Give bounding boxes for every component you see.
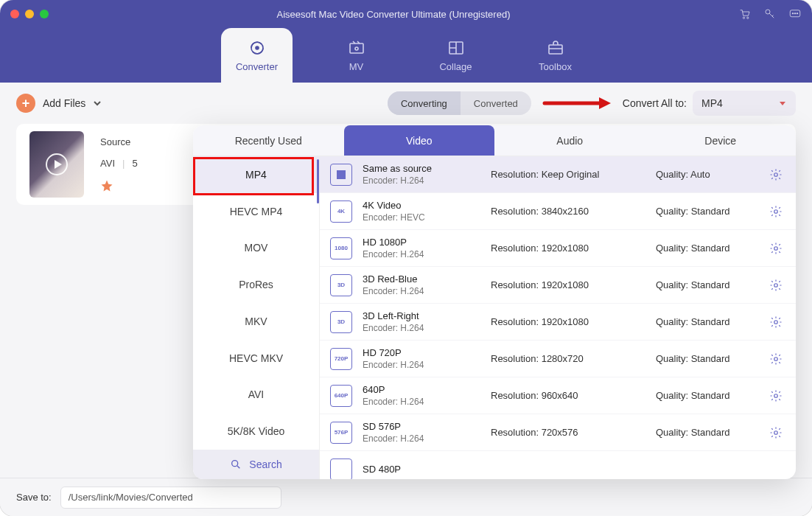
svg-point-20 <box>774 394 778 397</box>
triangle-down-icon <box>778 99 787 108</box>
svg-point-19 <box>774 357 778 360</box>
svg-point-5 <box>794 13 796 15</box>
preset-encoder: Encoder: H.264 <box>363 175 480 186</box>
format-list: MP4 HEVC MP4 MOV ProRes MKV HEVC MKV AVI… <box>193 156 320 479</box>
preset-title: 3D Left-Right <box>363 310 480 321</box>
gear-icon[interactable] <box>769 168 783 181</box>
tab-converter-label: Converter <box>236 61 278 72</box>
preset-icon: 3D <box>330 311 352 333</box>
key-icon[interactable] <box>763 7 777 21</box>
star-icon[interactable] <box>100 179 113 192</box>
preset-icon: 1080 <box>330 237 352 259</box>
gear-icon[interactable] <box>769 389 783 402</box>
preset-title: 4K Video <box>363 200 480 211</box>
preset-row[interactable]: SD 480P <box>320 451 796 479</box>
titlebar: Aiseesoft Mac Video Converter Ultimate (… <box>0 0 812 28</box>
format-item[interactable]: MKV <box>193 303 319 340</box>
preset-icon: 720P <box>330 348 352 370</box>
preset-row[interactable]: 4K4K VideoEncoder: HEVCResolution: 3840x… <box>320 193 796 230</box>
search-icon <box>230 459 242 470</box>
svg-point-6 <box>797 13 798 15</box>
annotation-arrow <box>542 95 612 111</box>
preset-icon <box>330 459 352 480</box>
format-item[interactable]: MOV <box>193 230 319 267</box>
preset-quality: Quality: Auto <box>656 169 759 180</box>
preset-quality: Quality: Standard <box>656 427 759 438</box>
gear-icon[interactable] <box>769 352 783 366</box>
tab-toolbox-label: Toolbox <box>539 61 572 72</box>
app-window: Aiseesoft Mac Video Converter Ultimate (… <box>0 0 812 516</box>
preset-row[interactable]: 1080HD 1080PEncoder: H.264Resolution: 19… <box>320 230 796 267</box>
preset-row[interactable]: 640P640PEncoder: H.264Resolution: 960x64… <box>320 377 796 414</box>
gear-icon[interactable] <box>769 242 783 255</box>
cart-icon[interactable] <box>738 7 752 21</box>
tab-toolbox[interactable]: Toolbox <box>519 28 591 83</box>
preset-row[interactable]: 720PHD 720PEncoder: H.264Resolution: 128… <box>320 341 796 377</box>
seg-converting[interactable]: Converting <box>388 91 461 115</box>
preset-encoder: Encoder: H.264 <box>363 433 480 444</box>
popup-tab-recent[interactable]: Recently Used <box>193 125 344 156</box>
preset-row[interactable]: 3D3D Red-BlueEncoder: H.264Resolution: 1… <box>320 267 796 304</box>
preset-resolution: Resolution: 1280x720 <box>491 353 645 364</box>
format-item[interactable]: ProRes <box>193 266 319 303</box>
feedback-icon[interactable] <box>788 7 802 21</box>
preset-row[interactable]: Same as sourceEncoder: H.264Resolution: … <box>320 156 796 193</box>
popup-tab-video[interactable]: Video <box>344 125 495 156</box>
source-label: Source <box>100 136 130 147</box>
chevron-down-icon[interactable] <box>93 99 102 108</box>
svg-point-2 <box>766 10 770 14</box>
video-thumbnail[interactable] <box>29 131 84 198</box>
format-item[interactable]: HEVC MP4 <box>193 193 319 230</box>
gear-icon[interactable] <box>769 279 783 292</box>
popup-tabs: Recently Used Video Audio Device <box>193 125 796 156</box>
gear-icon[interactable] <box>769 426 783 439</box>
preset-encoder: Encoder: H.264 <box>363 323 480 333</box>
save-path[interactable]: /Users/link/Movies/Converted <box>60 487 281 509</box>
preset-resolution: Resolution: 1920x1080 <box>491 243 645 254</box>
popup-tab-audio[interactable]: Audio <box>494 125 645 156</box>
preset-title: 3D Red-Blue <box>363 273 480 285</box>
convert-all-value: MP4 <box>701 97 723 109</box>
tab-converter[interactable]: Converter <box>221 28 293 83</box>
preset-resolution: Resolution: 3840x2160 <box>491 206 645 217</box>
format-search[interactable]: Search <box>193 450 319 479</box>
preset-resolution: Resolution: 720x576 <box>491 427 645 438</box>
file-meta: Source AVI | 5 <box>100 136 138 192</box>
minimize-icon[interactable] <box>25 10 34 18</box>
gear-icon[interactable] <box>769 315 783 329</box>
file-size: 5 <box>132 158 137 169</box>
format-item[interactable]: HEVC MKV <box>193 340 319 377</box>
svg-rect-12 <box>549 45 562 54</box>
gear-icon[interactable] <box>769 205 783 218</box>
seg-converted[interactable]: Converted <box>461 91 531 115</box>
preset-title: HD 1080P <box>363 237 480 248</box>
convert-all-label: Convert All to: <box>623 97 687 109</box>
add-files-label: Add Files <box>43 97 85 109</box>
main-tabs: Converter MV Collage Toolbox <box>0 28 812 83</box>
preset-title: SD 576P <box>363 421 480 432</box>
svg-point-4 <box>792 13 794 15</box>
add-files-button[interactable]: + Add Files <box>16 94 102 113</box>
preset-row[interactable]: 3D3D Left-RightEncoder: H.264Resolution:… <box>320 304 796 341</box>
search-label: Search <box>249 459 281 470</box>
preset-quality: Quality: Standard <box>656 243 759 254</box>
preset-encoder: Encoder: HEVC <box>363 212 480 223</box>
format-item[interactable]: MP4 <box>193 156 319 193</box>
zoom-icon[interactable] <box>40 10 49 18</box>
plus-icon: + <box>16 94 35 113</box>
preset-encoder: Encoder: H.264 <box>363 360 480 370</box>
format-item[interactable]: AVI <box>193 377 319 414</box>
preset-list: Same as sourceEncoder: H.264Resolution: … <box>320 156 796 479</box>
format-item[interactable]: 5K/8K Video <box>193 413 319 450</box>
preset-resolution: Resolution: 1920x1080 <box>491 279 645 290</box>
preset-row[interactable]: 576PSD 576PEncoder: H.264Resolution: 720… <box>320 414 796 451</box>
tab-mv[interactable]: MV <box>321 28 392 83</box>
convert-all-dropdown[interactable]: MP4 <box>693 91 796 116</box>
popup-tab-device[interactable]: Device <box>645 125 797 156</box>
preset-encoder: Encoder: H.264 <box>363 249 480 259</box>
preset-icon: 640P <box>330 385 352 407</box>
preset-encoder: Encoder: H.264 <box>363 286 480 296</box>
svg-point-1 <box>747 17 749 18</box>
tab-collage[interactable]: Collage <box>420 28 491 83</box>
close-icon[interactable] <box>10 10 19 18</box>
